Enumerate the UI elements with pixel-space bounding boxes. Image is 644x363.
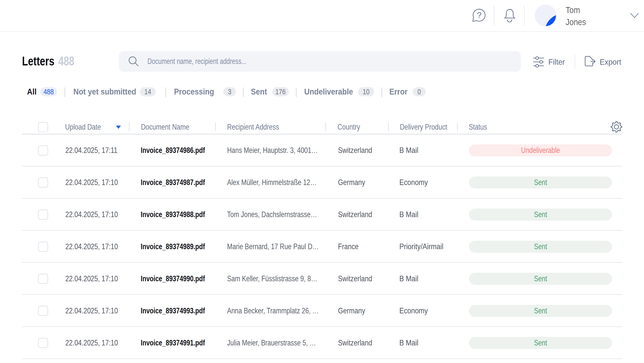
svg-text:?: ? xyxy=(477,10,481,20)
